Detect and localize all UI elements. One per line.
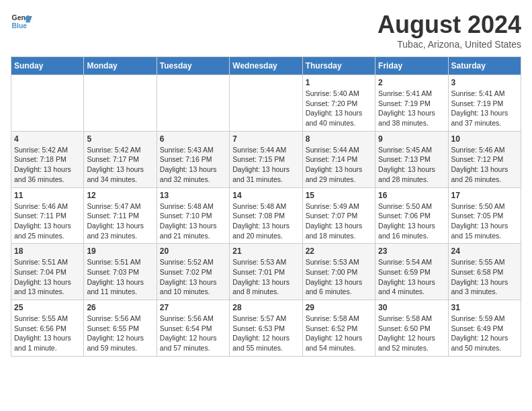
header-day-monday: Monday <box>84 57 157 75</box>
calendar-week-4: 18Sunrise: 5:51 AMSunset: 7:04 PMDayligh… <box>11 244 521 300</box>
day-number: 14 <box>232 191 299 200</box>
calendar-cell: 16Sunrise: 5:50 AMSunset: 7:06 PMDayligh… <box>375 187 448 244</box>
day-number: 15 <box>306 191 372 200</box>
calendar-cell: 3Sunrise: 5:41 AMSunset: 7:19 PMDaylight… <box>448 75 521 132</box>
calendar-cell <box>230 75 302 132</box>
header-day-thursday: Thursday <box>302 57 375 75</box>
day-number: 30 <box>378 303 445 312</box>
calendar-cell: 23Sunrise: 5:54 AMSunset: 6:59 PMDayligh… <box>375 244 448 300</box>
day-number: 11 <box>14 191 81 200</box>
day-info: Sunrise: 5:41 AMSunset: 7:19 PMDaylight:… <box>451 89 518 128</box>
calendar-cell: 11Sunrise: 5:46 AMSunset: 7:11 PMDayligh… <box>11 187 84 244</box>
calendar-cell: 2Sunrise: 5:41 AMSunset: 7:19 PMDaylight… <box>375 75 448 132</box>
day-number: 1 <box>306 78 372 87</box>
calendar-cell: 21Sunrise: 5:53 AMSunset: 7:01 PMDayligh… <box>230 244 302 300</box>
day-number: 20 <box>160 246 226 256</box>
day-info: Sunrise: 5:54 AMSunset: 6:59 PMDaylight:… <box>378 257 445 297</box>
calendar-cell: 7Sunrise: 5:44 AMSunset: 7:15 PMDaylight… <box>230 131 302 187</box>
subtitle: Tubac, Arizona, United States <box>378 39 521 50</box>
calendar-cell: 18Sunrise: 5:51 AMSunset: 7:04 PMDayligh… <box>11 244 84 300</box>
calendar-cell: 25Sunrise: 5:55 AMSunset: 6:56 PMDayligh… <box>11 300 84 357</box>
day-info: Sunrise: 5:44 AMSunset: 7:14 PMDaylight:… <box>306 145 372 185</box>
title-block: August 2024 Tubac, Arizona, United State… <box>378 11 521 50</box>
calendar-cell <box>84 75 157 132</box>
day-info: Sunrise: 5:45 AMSunset: 7:13 PMDaylight:… <box>378 145 445 185</box>
day-number: 31 <box>451 303 518 312</box>
day-number: 24 <box>451 246 518 256</box>
day-info: Sunrise: 5:53 AMSunset: 7:00 PMDaylight:… <box>306 257 372 297</box>
day-info: Sunrise: 5:52 AMSunset: 7:02 PMDaylight:… <box>160 257 226 297</box>
day-number: 21 <box>232 246 299 256</box>
day-number: 13 <box>160 191 226 200</box>
calendar-cell: 27Sunrise: 5:56 AMSunset: 6:54 PMDayligh… <box>157 300 229 357</box>
day-number: 16 <box>378 191 445 200</box>
header-day-wednesday: Wednesday <box>230 57 302 75</box>
day-number: 23 <box>378 246 445 256</box>
day-number: 17 <box>451 191 518 200</box>
calendar-cell: 24Sunrise: 5:55 AMSunset: 6:58 PMDayligh… <box>448 244 521 300</box>
calendar-cell: 30Sunrise: 5:58 AMSunset: 6:50 PMDayligh… <box>375 300 448 357</box>
calendar-cell <box>11 75 84 132</box>
day-number: 8 <box>306 134 372 144</box>
day-number: 22 <box>306 246 372 256</box>
logo: General Blue <box>11 11 32 32</box>
day-number: 5 <box>87 134 153 144</box>
header-day-tuesday: Tuesday <box>157 57 229 75</box>
calendar-body: 1Sunrise: 5:40 AMSunset: 7:20 PMDaylight… <box>11 75 521 357</box>
day-info: Sunrise: 5:50 AMSunset: 7:06 PMDaylight:… <box>378 201 445 241</box>
calendar-header: SundayMondayTuesdayWednesdayThursdayFrid… <box>11 57 521 75</box>
page-header: General Blue August 2024 Tubac, Arizona,… <box>11 11 521 50</box>
day-number: 6 <box>160 134 226 144</box>
calendar-cell: 10Sunrise: 5:46 AMSunset: 7:12 PMDayligh… <box>448 131 521 187</box>
calendar-cell: 14Sunrise: 5:48 AMSunset: 7:08 PMDayligh… <box>230 187 302 244</box>
calendar-table: SundayMondayTuesdayWednesdayThursdayFrid… <box>11 56 521 357</box>
header-day-friday: Friday <box>375 57 448 75</box>
calendar-cell: 9Sunrise: 5:45 AMSunset: 7:13 PMDaylight… <box>375 131 448 187</box>
day-info: Sunrise: 5:57 AMSunset: 6:53 PMDaylight:… <box>232 314 299 353</box>
day-number: 19 <box>87 246 153 256</box>
day-info: Sunrise: 5:47 AMSunset: 7:11 PMDaylight:… <box>87 201 153 241</box>
day-number: 29 <box>306 303 372 312</box>
day-info: Sunrise: 5:56 AMSunset: 6:54 PMDaylight:… <box>160 314 226 353</box>
day-info: Sunrise: 5:58 AMSunset: 6:52 PMDaylight:… <box>306 314 372 353</box>
day-info: Sunrise: 5:46 AMSunset: 7:11 PMDaylight:… <box>14 201 81 241</box>
day-info: Sunrise: 5:58 AMSunset: 6:50 PMDaylight:… <box>378 314 445 353</box>
calendar-cell: 19Sunrise: 5:51 AMSunset: 7:03 PMDayligh… <box>84 244 157 300</box>
calendar-cell: 8Sunrise: 5:44 AMSunset: 7:14 PMDaylight… <box>302 131 375 187</box>
day-number: 25 <box>14 303 81 312</box>
day-number: 27 <box>160 303 226 312</box>
day-info: Sunrise: 5:40 AMSunset: 7:20 PMDaylight:… <box>306 89 372 128</box>
calendar-cell: 22Sunrise: 5:53 AMSunset: 7:00 PMDayligh… <box>302 244 375 300</box>
calendar-week-1: 1Sunrise: 5:40 AMSunset: 7:20 PMDaylight… <box>11 75 521 132</box>
header-row: SundayMondayTuesdayWednesdayThursdayFrid… <box>11 57 521 75</box>
day-info: Sunrise: 5:44 AMSunset: 7:15 PMDaylight:… <box>232 145 299 185</box>
day-info: Sunrise: 5:59 AMSunset: 6:49 PMDaylight:… <box>451 314 518 353</box>
calendar-cell: 15Sunrise: 5:49 AMSunset: 7:07 PMDayligh… <box>302 187 375 244</box>
calendar-cell: 31Sunrise: 5:59 AMSunset: 6:49 PMDayligh… <box>448 300 521 357</box>
day-number: 10 <box>451 134 518 144</box>
day-number: 28 <box>232 303 299 312</box>
day-info: Sunrise: 5:50 AMSunset: 7:05 PMDaylight:… <box>451 201 518 241</box>
calendar-cell: 1Sunrise: 5:40 AMSunset: 7:20 PMDaylight… <box>302 75 375 132</box>
calendar-cell: 17Sunrise: 5:50 AMSunset: 7:05 PMDayligh… <box>448 187 521 244</box>
day-number: 18 <box>14 246 81 256</box>
day-info: Sunrise: 5:42 AMSunset: 7:17 PMDaylight:… <box>87 145 153 185</box>
day-info: Sunrise: 5:51 AMSunset: 7:03 PMDaylight:… <box>87 257 153 297</box>
calendar-week-3: 11Sunrise: 5:46 AMSunset: 7:11 PMDayligh… <box>11 187 521 244</box>
day-info: Sunrise: 5:41 AMSunset: 7:19 PMDaylight:… <box>378 89 445 128</box>
day-number: 4 <box>14 134 81 144</box>
day-info: Sunrise: 5:48 AMSunset: 7:08 PMDaylight:… <box>232 201 299 241</box>
calendar-cell: 20Sunrise: 5:52 AMSunset: 7:02 PMDayligh… <box>157 244 229 300</box>
header-day-sunday: Sunday <box>11 57 84 75</box>
calendar-cell: 13Sunrise: 5:48 AMSunset: 7:10 PMDayligh… <box>157 187 229 244</box>
day-number: 7 <box>232 134 299 144</box>
header-day-saturday: Saturday <box>448 57 521 75</box>
main-title: August 2024 <box>378 11 521 39</box>
day-info: Sunrise: 5:46 AMSunset: 7:12 PMDaylight:… <box>451 145 518 185</box>
calendar-cell: 5Sunrise: 5:42 AMSunset: 7:17 PMDaylight… <box>84 131 157 187</box>
day-number: 9 <box>378 134 445 144</box>
day-number: 3 <box>451 78 518 87</box>
day-info: Sunrise: 5:48 AMSunset: 7:10 PMDaylight:… <box>160 201 226 241</box>
day-info: Sunrise: 5:56 AMSunset: 6:55 PMDaylight:… <box>87 314 153 353</box>
logo-icon: General Blue <box>11 11 32 32</box>
